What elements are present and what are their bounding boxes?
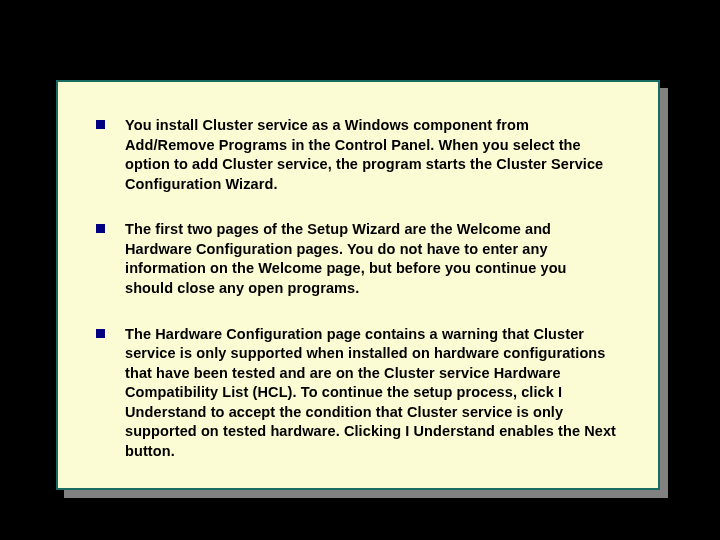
square-bullet-icon — [96, 120, 105, 129]
list-item: The Hardware Configuration page contains… — [96, 325, 618, 462]
square-bullet-icon — [96, 329, 105, 338]
list-item-text: The first two pages of the Setup Wizard … — [125, 220, 618, 298]
list-item-text: The Hardware Configuration page contains… — [125, 325, 618, 462]
content-panel: You install Cluster service as a Windows… — [56, 80, 660, 490]
list-item-text: You install Cluster service as a Windows… — [125, 116, 618, 194]
square-bullet-icon — [96, 224, 105, 233]
list-item: The first two pages of the Setup Wizard … — [96, 220, 618, 298]
list-item: You install Cluster service as a Windows… — [96, 116, 618, 194]
